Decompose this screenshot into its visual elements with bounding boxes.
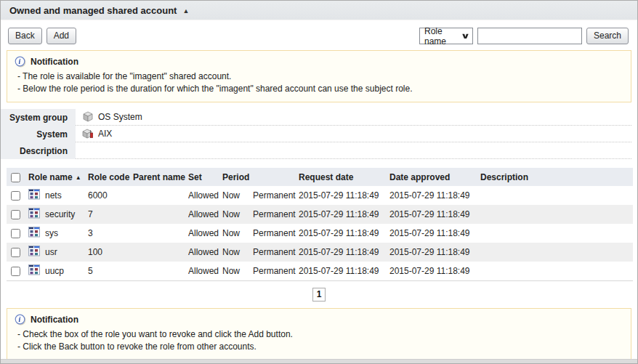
date-approved: 2015-07-29 11:18:49: [389, 243, 480, 262]
notification-line: - The role is available for the "imagent…: [15, 70, 623, 83]
request-date: 2015-07-29 11:18:49: [299, 186, 389, 205]
details-row-system: System AIX: [1, 126, 637, 142]
system-group-value: OS System: [98, 112, 142, 122]
period-value: Permanent: [253, 224, 299, 243]
back-button[interactable]: Back: [8, 28, 42, 44]
period-start: Now: [222, 224, 253, 243]
add-button[interactable]: Add: [47, 28, 76, 44]
set-value: Allowed: [188, 224, 222, 243]
role-code: 5: [88, 262, 133, 281]
row-checkbox[interactable]: [11, 248, 20, 257]
request-date: 2015-07-29 11:18:49: [299, 224, 389, 243]
col-parent-name[interactable]: Parent name: [133, 168, 188, 186]
period-value: Permanent: [253, 205, 299, 224]
details-row-system-group: System group OS System: [1, 109, 637, 126]
request-date: 2015-07-29 11:18:49: [299, 262, 389, 281]
parent-name: [133, 243, 188, 262]
role-code: 6000: [88, 186, 133, 205]
col-role-code[interactable]: Role code: [88, 168, 133, 186]
role-icon: [28, 189, 40, 202]
role-name: usr: [45, 247, 57, 257]
date-approved: 2015-07-29 11:18:49: [389, 262, 480, 281]
notification-line: - Below the role period is the duration …: [15, 83, 623, 95]
description: [480, 186, 633, 205]
period-start: Now: [222, 243, 253, 262]
date-approved: 2015-07-29 11:18:49: [389, 205, 480, 224]
date-approved: 2015-07-29 11:18:49: [389, 224, 480, 243]
search-button[interactable]: Search: [586, 28, 629, 44]
col-set[interactable]: Set: [188, 168, 222, 186]
search-controls: Role name ∨ Search: [419, 28, 629, 44]
section-header[interactable]: Owned and managed shared account ▲: [1, 1, 637, 20]
set-value: Allowed: [188, 243, 222, 262]
parent-name: [133, 205, 188, 224]
notification-line: - Click the Back button to revoke the ro…: [15, 341, 623, 353]
page-1-button[interactable]: 1: [312, 288, 326, 302]
info-icon: i: [15, 56, 25, 67]
col-role-name[interactable]: Role name: [28, 172, 73, 182]
notification-bottom: i Notification - Check the box of the ro…: [7, 308, 631, 360]
owned-managed-shared-account-panel: Owned and managed shared account ▲ Back …: [0, 0, 638, 364]
system-icon: [82, 128, 94, 139]
row-checkbox[interactable]: [11, 229, 20, 238]
role-name: uucp: [45, 266, 64, 276]
system-value: AIX: [98, 129, 112, 139]
col-description[interactable]: Description: [480, 168, 633, 186]
select-all-checkbox[interactable]: [11, 173, 20, 182]
toolbar: Back Add Role name ∨ Search: [1, 20, 637, 50]
row-checkbox[interactable]: [11, 191, 20, 201]
col-request-date[interactable]: Request date: [299, 168, 389, 186]
role-code: 100: [88, 243, 133, 262]
description: [480, 262, 633, 281]
date-approved: 2015-07-29 11:18:49: [389, 186, 480, 205]
description: [480, 224, 633, 243]
col-date-approved[interactable]: Date approved: [389, 168, 480, 186]
svg-text:i: i: [19, 57, 21, 65]
period-value: Permanent: [253, 243, 299, 262]
set-value: Allowed: [188, 186, 222, 205]
system-group-icon: [82, 111, 94, 123]
search-input[interactable]: [477, 28, 582, 44]
table-row: security 7 Allowed Now Permanent 2015-07…: [7, 205, 633, 224]
table-row: usr 100 Allowed Now Permanent 2015-07-29…: [7, 243, 633, 262]
period-start: Now: [222, 186, 253, 205]
table-row: nets 6000 Allowed Now Permanent 2015-07-…: [7, 186, 633, 205]
roles-table: Role name▲ Role code Parent name Set Per…: [7, 168, 633, 281]
role-code: 7: [88, 205, 133, 224]
notification-title: Notification: [31, 315, 78, 325]
notification-line: - Check the box of the role you want to …: [15, 328, 623, 341]
request-date: 2015-07-29 11:18:49: [299, 243, 389, 262]
svg-text:i: i: [19, 315, 21, 323]
details-row-description: Description: [1, 142, 637, 159]
role-code: 3: [88, 224, 133, 243]
row-checkbox[interactable]: [11, 210, 20, 219]
parent-name: [133, 262, 188, 281]
chevron-down-icon: ∨: [461, 31, 470, 41]
request-date: 2015-07-29 11:18:49: [299, 205, 389, 224]
description: [480, 243, 633, 262]
row-checkbox[interactable]: [11, 267, 20, 276]
role-icon: [28, 227, 40, 240]
period-value: Permanent: [253, 262, 299, 281]
role-icon: [28, 208, 40, 221]
table-row: sys 3 Allowed Now Permanent 2015-07-29 1…: [7, 224, 633, 243]
period-start: Now: [222, 262, 253, 281]
role-name: security: [45, 209, 75, 219]
notification-title: Notification: [31, 57, 78, 67]
system-label: System: [1, 126, 76, 142]
search-filter-select[interactable]: Role name ∨: [419, 28, 473, 44]
toolbar-left: Back Add: [8, 28, 76, 44]
table-header-row: Role name▲ Role code Parent name Set Per…: [7, 168, 633, 186]
description-label: Description: [1, 142, 76, 159]
col-period[interactable]: Period: [222, 168, 299, 186]
set-value: Allowed: [188, 205, 222, 224]
period-start: Now: [222, 205, 253, 224]
parent-name: [133, 224, 188, 243]
table-row: uucp 5 Allowed Now Permanent 2015-07-29 …: [7, 262, 633, 281]
role-icon: [28, 264, 40, 278]
system-group-label: System group: [1, 109, 76, 126]
role-name: sys: [45, 228, 58, 238]
pagination: 1: [1, 288, 637, 302]
collapse-arrow-icon: ▲: [182, 7, 189, 15]
notification-top: i Notification - The role is available f…: [7, 50, 631, 102]
